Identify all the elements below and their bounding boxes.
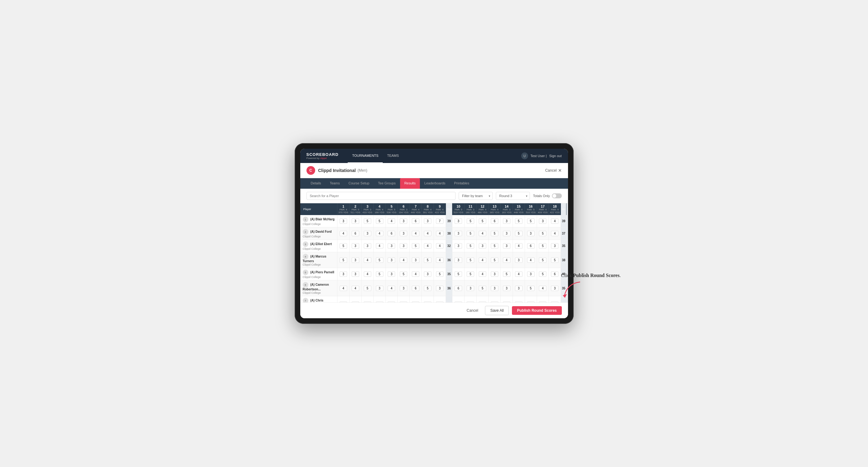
hole-in-15-score-input[interactable] <box>515 257 523 263</box>
hole-7-score[interactable] <box>410 268 422 280</box>
hole-in-10-score-input[interactable] <box>455 272 462 277</box>
hole-1-score-input[interactable] <box>340 302 347 303</box>
hole-1-score-input[interactable] <box>340 231 347 236</box>
hole-in-13-score-input[interactable] <box>491 243 498 249</box>
hole-in-16-score[interactable] <box>525 227 537 240</box>
hole-4-score[interactable] <box>373 268 385 280</box>
hole-in-16-score-input[interactable] <box>527 302 534 303</box>
hole-9-score[interactable] <box>434 268 446 280</box>
hole-8-score[interactable] <box>422 215 434 227</box>
hole-in-16-score-input[interactable] <box>527 231 534 236</box>
hole-3-score[interactable] <box>361 268 373 280</box>
hole-3-score[interactable] <box>361 215 373 227</box>
hole-in-13-score-input[interactable] <box>491 218 498 224</box>
hole-in-12-score-input[interactable] <box>479 257 486 263</box>
hole-in-14-score[interactable] <box>500 252 513 268</box>
hole-8-score[interactable] <box>422 296 434 303</box>
hole-2-score-input[interactable] <box>352 231 359 236</box>
hole-in-12-score[interactable] <box>476 296 489 303</box>
hole-1-score[interactable] <box>338 252 349 268</box>
hole-in-11-score[interactable] <box>465 215 476 227</box>
hole-in-15-score[interactable] <box>513 227 525 240</box>
hole-in-10-score[interactable] <box>453 227 465 240</box>
hole-in-11-score-input[interactable] <box>467 257 474 263</box>
hole-1-score[interactable] <box>338 227 349 240</box>
hole-7-score-input[interactable] <box>412 243 419 249</box>
totals-only-toggle[interactable]: Totals Only <box>533 193 561 198</box>
hole-8-score-input[interactable] <box>424 286 431 291</box>
hole-in-11-score-input[interactable] <box>467 243 474 249</box>
hole-in-11-score[interactable] <box>465 252 476 268</box>
hole-in-11-score[interactable] <box>465 240 476 252</box>
hole-in-12-score-input[interactable] <box>479 218 486 224</box>
hole-9-score[interactable] <box>434 215 446 227</box>
hole-3-score-input[interactable] <box>364 218 371 224</box>
hole-2-score[interactable] <box>349 296 361 303</box>
hole-in-11-score-input[interactable] <box>467 272 474 277</box>
hole-in-10-score[interactable] <box>453 215 465 227</box>
hole-5-score-input[interactable] <box>388 286 395 291</box>
hole-3-score-input[interactable] <box>364 286 371 291</box>
hole-in-16-score-input[interactable] <box>527 272 534 277</box>
hole-in-12-score-input[interactable] <box>479 286 486 291</box>
hole-in-13-score-input[interactable] <box>491 257 498 263</box>
hole-1-score-input[interactable] <box>340 286 347 291</box>
hole-in-10-score[interactable] <box>453 296 465 303</box>
hole-in-11-score-input[interactable] <box>467 286 474 291</box>
hole-2-score-input[interactable] <box>352 218 359 224</box>
hole-in-13-score-input[interactable] <box>491 272 498 277</box>
hole-in-12-score[interactable] <box>476 268 489 280</box>
hole-in-16-score[interactable] <box>525 215 537 227</box>
hole-in-18-score-input[interactable] <box>551 286 558 291</box>
hole-7-score[interactable] <box>410 240 422 252</box>
filter-by-team-dropdown[interactable]: Filter by team <box>459 192 493 200</box>
hole-in-14-score-input[interactable] <box>503 286 510 291</box>
hole-in-17-score-input[interactable] <box>539 231 546 236</box>
hole-1-score[interactable] <box>338 280 349 296</box>
hole-in-18-score-input[interactable] <box>551 257 558 263</box>
hole-in-12-score[interactable] <box>476 240 489 252</box>
hole-in-11-score[interactable] <box>465 227 476 240</box>
hole-8-score-input[interactable] <box>424 231 431 236</box>
hole-in-18-score[interactable] <box>549 240 561 252</box>
hole-4-score-input[interactable] <box>376 302 383 303</box>
hole-6-score-input[interactable] <box>400 218 407 224</box>
hole-1-score-input[interactable] <box>340 218 347 224</box>
hole-in-11-score[interactable] <box>465 296 476 303</box>
hole-in-15-score-input[interactable] <box>515 272 523 277</box>
tab-teams[interactable]: Teams <box>326 178 344 189</box>
hole-in-13-score[interactable] <box>489 240 501 252</box>
hole-6-score-input[interactable] <box>400 302 407 303</box>
hole-in-15-score[interactable] <box>513 296 525 303</box>
hole-in-18-score-input[interactable] <box>551 272 558 277</box>
hole-6-score-input[interactable] <box>400 286 407 291</box>
hole-1-score-input[interactable] <box>340 243 347 249</box>
hole-2-score-input[interactable] <box>352 243 359 249</box>
hole-in-17-score[interactable] <box>537 268 549 280</box>
hole-9-score[interactable] <box>434 240 446 252</box>
hole-1-score-input[interactable] <box>340 272 347 277</box>
hole-in-14-score-input[interactable] <box>503 257 510 263</box>
hole-6-score[interactable] <box>398 296 410 303</box>
hole-in-17-score-input[interactable] <box>539 257 546 263</box>
hole-4-score-input[interactable] <box>376 257 383 263</box>
hole-in-15-score-input[interactable] <box>515 243 523 249</box>
hole-9-score-input[interactable] <box>436 302 443 303</box>
tab-course-setup[interactable]: Course Setup <box>344 178 374 189</box>
hole-in-13-score[interactable] <box>489 268 501 280</box>
hole-2-score[interactable] <box>349 215 361 227</box>
hole-5-score[interactable] <box>385 268 398 280</box>
hole-in-11-score-input[interactable] <box>467 302 474 303</box>
hole-9-score-input[interactable] <box>436 218 443 224</box>
hole-in-16-score-input[interactable] <box>527 257 534 263</box>
hole-in-11-score[interactable] <box>465 280 476 296</box>
hole-in-14-score[interactable] <box>500 268 513 280</box>
hole-in-18-score[interactable] <box>549 215 561 227</box>
hole-in-17-score[interactable] <box>537 252 549 268</box>
hole-1-score[interactable] <box>338 268 349 280</box>
hole-3-score-input[interactable] <box>364 257 371 263</box>
hole-6-score[interactable] <box>398 268 410 280</box>
hole-5-score-input[interactable] <box>388 231 395 236</box>
hole-in-14-score[interactable] <box>500 280 513 296</box>
tab-leaderboards[interactable]: Leaderboards <box>420 178 450 189</box>
